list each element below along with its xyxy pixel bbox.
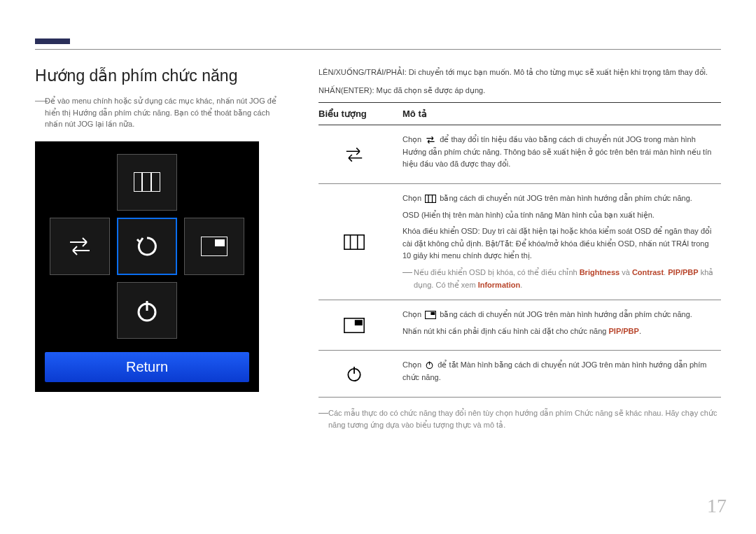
- term-contrast: Contrast: [632, 268, 664, 276]
- col-header-desc: Mô tả: [402, 103, 721, 125]
- dash-icon: ―: [35, 95, 45, 105]
- jog-empty: [50, 154, 110, 211]
- page-number: 17: [707, 495, 727, 517]
- page-body: Hướng dẫn phím chức năng ― Để vào menu c…: [0, 0, 756, 460]
- icon-cell-source: [318, 125, 402, 184]
- source-swap-icon: [344, 146, 365, 163]
- desc-cell-pip: Chọn bằng cách di chuyển nút JOG trên mà…: [402, 300, 721, 351]
- row1-desc-post: để thay đổi tín hiệu đầu vào bằng cách d…: [402, 135, 711, 168]
- jog-left-source[interactable]: [50, 218, 110, 275]
- power-icon: [134, 298, 160, 323]
- row2-p1-pre: Chọn: [402, 194, 424, 202]
- row3-p1-post: bằng cách di chuyển nút JOG trên màn hìn…: [438, 310, 692, 318]
- return-button[interactable]: Return: [45, 352, 249, 382]
- svg-rect-10: [426, 195, 436, 202]
- jog-down-power[interactable]: [117, 282, 177, 339]
- row3-p1-pre: Chọn: [402, 310, 424, 318]
- footer-note: ― Các mẫu thực do có chức năng thay đổi …: [318, 407, 721, 432]
- return-button-label: Return: [126, 359, 168, 374]
- row2-note-b: và: [620, 268, 632, 276]
- menu-grid-icon: [134, 172, 160, 192]
- term-pippbp: PIP/PBP: [668, 268, 698, 276]
- intro-note: ― Để vào menu chính hoặc sử dụng các mục…: [35, 95, 276, 130]
- top-accent-bar: [35, 38, 70, 44]
- table-row: Chọn bằng cách di chuyển nút JOG trên mà…: [318, 300, 721, 351]
- right-intro-1: LÊN/XUỐNG/TRÁI/PHẢI: Di chuyển tới mục b…: [318, 66, 721, 79]
- power-icon: [425, 360, 434, 370]
- row4-pre: Chọn: [402, 360, 424, 369]
- row2-p2: OSD (Hiển thị trên màn hình) của tính nă…: [402, 209, 717, 222]
- row3-p2-dot: .: [639, 327, 641, 335]
- svg-rect-0: [134, 172, 160, 192]
- col-header-icon: Biểu tượng: [318, 103, 402, 125]
- jog-up-menu[interactable]: [117, 154, 177, 211]
- row3-p2-pre: Nhấn nút khi cần phải định cấu hình cài …: [402, 327, 609, 335]
- left-column: Hướng dẫn phím chức năng ― Để vào menu c…: [35, 66, 276, 392]
- menu-grid-icon: [425, 195, 436, 203]
- jog-right-pip[interactable]: [184, 218, 244, 275]
- svg-rect-14: [355, 320, 363, 325]
- term-brightness: Brightness: [580, 268, 620, 276]
- desc-cell-source: Chọn để thay đổi tín hiệu đầu vào bằng c…: [402, 125, 721, 184]
- pip-pbp-icon: [201, 237, 227, 256]
- source-swap-icon: [425, 136, 436, 144]
- svg-rect-4: [215, 239, 225, 246]
- icon-cell-power: [318, 351, 402, 397]
- table-row: Chọn bằng cách di chuyển nút JOG trên mà…: [318, 183, 721, 300]
- icon-cell-pip: [318, 300, 402, 351]
- term-information: Information: [478, 281, 521, 289]
- svg-rect-7: [344, 234, 364, 248]
- desc-cell-power: Chọn để tắt Màn hình bằng cách di chuyển…: [402, 351, 721, 397]
- table-row: Chọn để tắt Màn hình bằng cách di chuyển…: [318, 351, 721, 397]
- intro-note-text: Để vào menu chính hoặc sử dụng các mục k…: [45, 97, 276, 128]
- header-rule: [35, 49, 721, 50]
- row2-note-a: Nếu điều khiển OSD bị khóa, có thể điều …: [414, 268, 580, 276]
- jog-empty: [50, 282, 110, 339]
- right-column: LÊN/XUỐNG/TRÁI/PHẢI: Di chuyển tới mục b…: [318, 66, 721, 432]
- right-intro-2: NHẤN(ENTER): Mục đã chọn sẽ được áp dụng…: [318, 85, 721, 97]
- desc-cell-menu: Chọn bằng cách di chuyển nút JOG trên mà…: [402, 183, 721, 300]
- row1-desc-pre: Chọn: [402, 135, 424, 143]
- row2-p3: Khóa điều khiển OSD: Duy trì cài đặt hiệ…: [402, 225, 717, 262]
- dash-icon: ―: [402, 267, 412, 276]
- jog-empty: [184, 282, 244, 339]
- pip-pbp-icon: [425, 311, 436, 319]
- footer-note-text: Các mẫu thực do có chức năng thay đổi nê…: [328, 409, 717, 430]
- page-title: Hướng dẫn phím chức năng: [35, 66, 276, 85]
- jog-empty: [184, 154, 244, 211]
- row2-p1-post: bằng cách di chuyển nút JOG trên màn hìn…: [438, 194, 692, 202]
- term-pippbp: PIP/PBP: [609, 327, 639, 335]
- row2-subnote: ― Nếu điều khiển OSD bị khóa, có thể điề…: [402, 267, 717, 291]
- return-arrow-icon: [133, 232, 161, 260]
- dash-icon: ―: [318, 407, 328, 417]
- pip-pbp-icon: [344, 318, 365, 333]
- source-swap-icon: [67, 236, 92, 257]
- jog-center-return[interactable]: [117, 218, 177, 275]
- icon-cell-menu: [318, 183, 402, 300]
- table-row: Chọn để thay đổi tín hiệu đầu vào bằng c…: [318, 125, 721, 184]
- row2-note-dot: .: [520, 281, 522, 289]
- jog-grid: [50, 154, 244, 339]
- power-icon: [345, 365, 363, 383]
- jog-guide-panel: Return: [35, 141, 259, 392]
- svg-rect-16: [431, 312, 435, 315]
- menu-grid-icon: [344, 234, 365, 250]
- icon-description-table: Biểu tượng Mô tả Chọn để thay đổi tín hi…: [318, 102, 721, 397]
- row4-post: để tắt Màn hình bằng cách di chuyển nút …: [402, 360, 706, 381]
